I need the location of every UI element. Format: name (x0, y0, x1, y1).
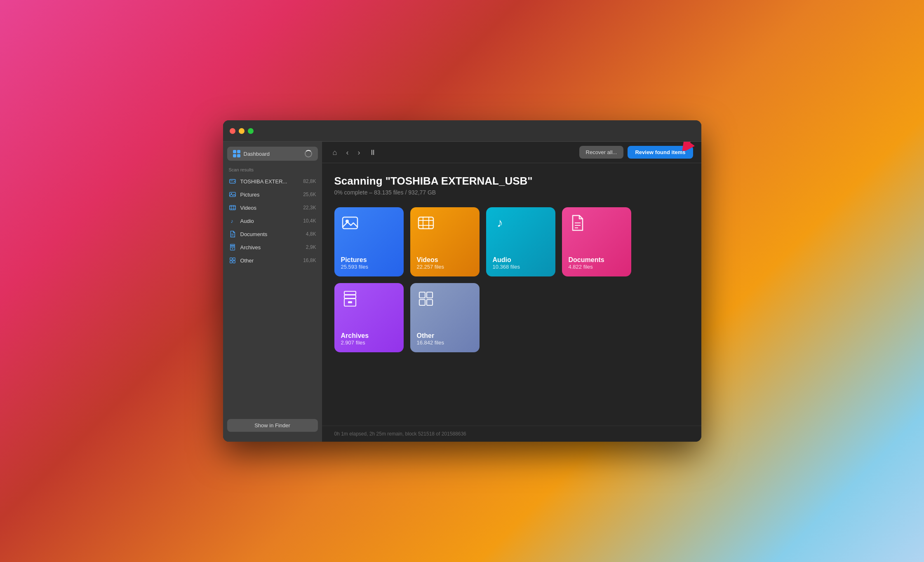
maximize-button[interactable] (248, 128, 254, 134)
toolbar-right: Recover all... Review found items (579, 146, 693, 159)
archives-card-icon (341, 290, 359, 308)
titlebar (223, 120, 701, 142)
svg-rect-22 (343, 217, 357, 229)
svg-rect-17 (230, 258, 232, 260)
svg-rect-13 (230, 244, 235, 246)
sidebar-item-pictures[interactable]: Pictures 25,6K (223, 188, 322, 201)
pause-button[interactable]: ⏸ (367, 147, 379, 158)
card-videos[interactable]: Videos 22.257 files (410, 207, 480, 276)
sidebar-label-documents: Documents (240, 231, 268, 237)
review-found-items-button[interactable]: Review found items (628, 146, 693, 159)
review-button-container: Review found items (628, 146, 693, 159)
card-pictures[interactable]: Pictures 25.593 files (334, 207, 404, 276)
pictures-card-icon (341, 214, 359, 232)
sidebar-label-videos: Videos (240, 205, 257, 211)
audio-icon: ♪ (229, 217, 236, 225)
card-label-pictures: Pictures (341, 256, 367, 264)
sidebar-label-other: Other (240, 258, 254, 264)
card-audio[interactable]: ♪ Audio 10.368 files (486, 207, 555, 276)
svg-rect-40 (427, 300, 433, 305)
card-label-audio: Audio (493, 256, 511, 264)
drive-icon (229, 178, 236, 185)
sidebar-item-audio[interactable]: ♪ Audio 10,4K (223, 214, 322, 227)
show-in-finder-button[interactable]: Show in Finder (227, 419, 318, 432)
svg-rect-14 (230, 246, 235, 247)
documents-card-icon (569, 214, 587, 232)
sidebar-item-archives[interactable]: Archives 2,9K (223, 241, 322, 254)
card-count-videos: 22.257 files (417, 264, 444, 270)
svg-rect-5 (229, 206, 235, 210)
svg-rect-39 (419, 300, 425, 305)
sidebar-footer: Show in Finder (223, 414, 322, 437)
videos-icon (229, 204, 236, 211)
dashboard-label: Dashboard (244, 151, 270, 157)
card-count-documents: 4.822 files (569, 264, 593, 270)
main-toolbar: ⌂ ‹ › ⏸ Recover all... Review found item… (322, 142, 701, 163)
svg-rect-33 (344, 291, 356, 295)
toolbar-left: ⌂ ‹ › ⏸ (330, 147, 574, 158)
sidebar-count-documents: 4,8K (306, 231, 316, 237)
card-label-videos: Videos (417, 256, 438, 264)
back-button[interactable]: ‹ (343, 147, 351, 158)
sidebar-item-videos[interactable]: Videos 22,3K (223, 201, 322, 214)
svg-rect-18 (233, 258, 235, 260)
svg-rect-34 (344, 295, 356, 298)
svg-rect-38 (427, 292, 433, 298)
sidebar-item-other[interactable]: Other 16,8K (223, 254, 322, 267)
scan-title: Scanning "TOSHIBA EXTERNAL_USB" (334, 175, 689, 187)
main-footer: 0h 1m elapsed, 2h 25m remain, block 5215… (322, 426, 701, 442)
svg-rect-19 (230, 261, 232, 263)
loading-spinner (305, 150, 312, 157)
pictures-icon (229, 191, 236, 198)
card-count-archives: 2.907 files (341, 340, 365, 346)
app-window: Dashboard Scan results TOSHIBA EXTER... (223, 120, 701, 442)
sidebar-count-toshiba: 82,8K (303, 178, 316, 184)
card-other[interactable]: Other 16.842 files (410, 283, 480, 352)
other-card-icon (417, 290, 435, 308)
audio-card-icon: ♪ (493, 214, 511, 232)
card-count-pictures: 25.593 files (341, 264, 369, 270)
sidebar-label-archives: Archives (240, 244, 261, 251)
sidebar-label-pictures: Pictures (240, 192, 260, 198)
dashboard-grid-icon (233, 150, 240, 157)
sidebar-label-toshiba: TOSHIBA EXTER... (240, 178, 287, 185)
svg-point-1 (234, 181, 235, 182)
recover-all-button[interactable]: Recover all... (579, 146, 624, 159)
archives-icon (229, 244, 236, 251)
sidebar-item-documents[interactable]: Documents 4,8K (223, 227, 322, 241)
svg-text:♪: ♪ (230, 218, 233, 224)
sidebar-count-pictures: 25,6K (303, 192, 316, 197)
svg-text:♪: ♪ (497, 216, 503, 229)
card-count-other: 16.842 files (417, 340, 444, 346)
videos-card-icon (417, 214, 435, 232)
scan-subtitle: 0% complete – 83.135 files / 932,77 GB (334, 189, 689, 196)
svg-rect-16 (232, 248, 233, 249)
close-button[interactable] (230, 128, 235, 134)
main-content: ⌂ ‹ › ⏸ Recover all... Review found item… (322, 142, 701, 442)
card-count-audio: 10.368 files (493, 264, 520, 270)
sidebar-count-videos: 22,3K (303, 205, 316, 211)
svg-rect-3 (229, 192, 235, 197)
window-body: Dashboard Scan results TOSHIBA EXTER... (223, 142, 701, 442)
forward-button[interactable]: › (355, 147, 362, 158)
sidebar-label-audio: Audio (240, 218, 254, 224)
sidebar-count-archives: 2,9K (306, 244, 316, 250)
minimize-button[interactable] (239, 128, 245, 134)
card-documents[interactable]: Documents 4.822 files (562, 207, 631, 276)
svg-rect-37 (419, 292, 425, 298)
scan-results-label: Scan results (223, 167, 322, 175)
home-button[interactable]: ⌂ (330, 147, 340, 158)
card-label-other: Other (417, 332, 435, 340)
svg-rect-20 (233, 261, 235, 263)
other-icon (229, 257, 236, 264)
sidebar-item-dashboard[interactable]: Dashboard (227, 147, 318, 161)
svg-rect-24 (419, 217, 433, 229)
sidebar-count-audio: 10,4K (303, 218, 316, 224)
sidebar-item-toshiba[interactable]: TOSHIBA EXTER... 82,8K (223, 175, 322, 188)
card-label-archives: Archives (341, 332, 369, 340)
traffic-lights (230, 128, 254, 134)
svg-rect-36 (348, 301, 352, 303)
main-body: Scanning "TOSHIBA EXTERNAL_USB" 0% compl… (322, 163, 701, 426)
card-archives[interactable]: Archives 2.907 files (334, 283, 404, 352)
sidebar-count-other: 16,8K (303, 258, 316, 263)
